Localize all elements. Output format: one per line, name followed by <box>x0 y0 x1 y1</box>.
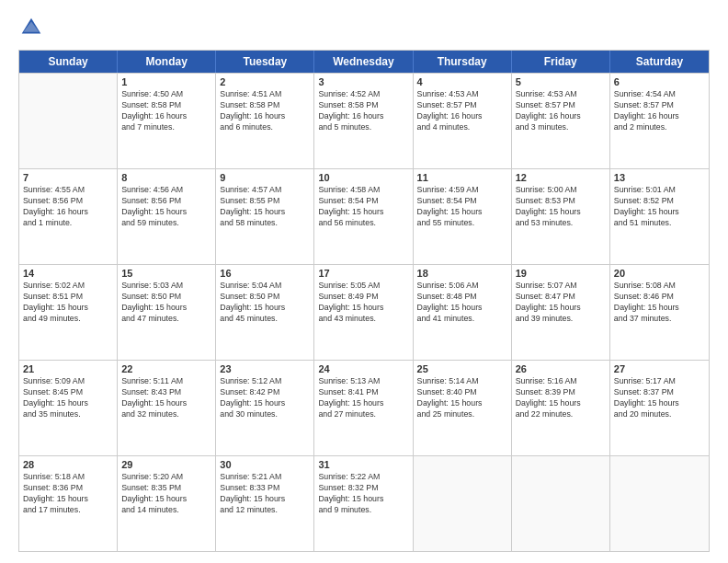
cell-day-number: 19 <box>516 268 606 279</box>
calendar-body: 1Sunrise: 4:50 AM Sunset: 8:58 PM Daylig… <box>19 73 709 551</box>
header <box>18 15 710 40</box>
cell-sun-info: Sunrise: 4:56 AM Sunset: 8:56 PM Dayligh… <box>121 185 211 229</box>
calendar-cell: 21Sunrise: 5:09 AM Sunset: 8:45 PM Dayli… <box>19 361 118 455</box>
cell-day-number: 15 <box>121 268 211 279</box>
cell-day-number: 5 <box>516 76 606 87</box>
cell-sun-info: Sunrise: 4:50 AM Sunset: 8:58 PM Dayligh… <box>121 89 211 133</box>
calendar-cell: 23Sunrise: 5:12 AM Sunset: 8:42 PM Dayli… <box>216 361 314 455</box>
cell-sun-info: Sunrise: 4:54 AM Sunset: 8:57 PM Dayligh… <box>614 89 705 133</box>
calendar-cell: 19Sunrise: 5:07 AM Sunset: 8:47 PM Dayli… <box>512 265 610 360</box>
calendar-cell: 18Sunrise: 5:06 AM Sunset: 8:48 PM Dayli… <box>414 265 512 360</box>
cell-sun-info: Sunrise: 4:59 AM Sunset: 8:54 PM Dayligh… <box>417 185 507 229</box>
calendar-cell: 15Sunrise: 5:03 AM Sunset: 8:50 PM Dayli… <box>118 265 216 360</box>
cell-day-number: 18 <box>417 268 507 279</box>
cell-day-number: 8 <box>121 172 211 183</box>
cell-sun-info: Sunrise: 5:05 AM Sunset: 8:49 PM Dayligh… <box>318 281 408 325</box>
calendar-cell: 2Sunrise: 4:51 AM Sunset: 8:58 PM Daylig… <box>216 74 314 168</box>
calendar-cell: 26Sunrise: 5:16 AM Sunset: 8:39 PM Dayli… <box>512 361 610 455</box>
calendar-cell: 29Sunrise: 5:20 AM Sunset: 8:35 PM Dayli… <box>118 456 216 551</box>
logo <box>18 15 48 40</box>
cell-sun-info: Sunrise: 5:07 AM Sunset: 8:47 PM Dayligh… <box>516 281 606 325</box>
calendar-cell: 7Sunrise: 4:55 AM Sunset: 8:56 PM Daylig… <box>19 169 118 264</box>
calendar-week: 28Sunrise: 5:18 AM Sunset: 8:36 PM Dayli… <box>19 455 709 551</box>
calendar-cell: 4Sunrise: 4:53 AM Sunset: 8:57 PM Daylig… <box>414 74 512 168</box>
weekday-header: Friday <box>512 51 610 73</box>
cell-day-number: 14 <box>23 268 113 279</box>
calendar-cell: 20Sunrise: 5:08 AM Sunset: 8:46 PM Dayli… <box>610 265 709 360</box>
cell-day-number: 25 <box>417 363 507 374</box>
calendar-cell: 11Sunrise: 4:59 AM Sunset: 8:54 PM Dayli… <box>414 169 512 264</box>
cell-day-number: 2 <box>220 76 310 87</box>
calendar-cell: 28Sunrise: 5:18 AM Sunset: 8:36 PM Dayli… <box>19 456 118 551</box>
calendar-cell: 17Sunrise: 5:05 AM Sunset: 8:49 PM Dayli… <box>314 265 413 360</box>
cell-day-number: 31 <box>318 459 408 470</box>
calendar-cell: 1Sunrise: 4:50 AM Sunset: 8:58 PM Daylig… <box>118 74 216 168</box>
logo-icon <box>18 15 44 40</box>
cell-day-number: 12 <box>516 172 606 183</box>
page: SundayMondayTuesdayWednesdayThursdayFrid… <box>0 0 728 563</box>
cell-sun-info: Sunrise: 5:20 AM Sunset: 8:35 PM Dayligh… <box>121 472 211 516</box>
cell-sun-info: Sunrise: 5:16 AM Sunset: 8:39 PM Dayligh… <box>516 376 606 420</box>
calendar-cell <box>610 456 709 551</box>
calendar-cell: 6Sunrise: 4:54 AM Sunset: 8:57 PM Daylig… <box>610 74 709 168</box>
cell-sun-info: Sunrise: 5:14 AM Sunset: 8:40 PM Dayligh… <box>417 376 507 420</box>
cell-sun-info: Sunrise: 4:53 AM Sunset: 8:57 PM Dayligh… <box>516 89 606 133</box>
cell-day-number: 29 <box>121 459 211 470</box>
cell-day-number: 7 <box>23 172 113 183</box>
cell-day-number: 17 <box>318 268 408 279</box>
calendar-week: 1Sunrise: 4:50 AM Sunset: 8:58 PM Daylig… <box>19 73 709 168</box>
cell-sun-info: Sunrise: 5:08 AM Sunset: 8:46 PM Dayligh… <box>614 281 705 325</box>
calendar-cell: 27Sunrise: 5:17 AM Sunset: 8:37 PM Dayli… <box>610 361 709 455</box>
cell-sun-info: Sunrise: 5:06 AM Sunset: 8:48 PM Dayligh… <box>417 281 507 325</box>
cell-sun-info: Sunrise: 4:58 AM Sunset: 8:54 PM Dayligh… <box>318 185 408 229</box>
cell-day-number: 3 <box>318 76 408 87</box>
cell-sun-info: Sunrise: 4:55 AM Sunset: 8:56 PM Dayligh… <box>23 185 113 229</box>
cell-day-number: 16 <box>220 268 310 279</box>
calendar-cell: 22Sunrise: 5:11 AM Sunset: 8:43 PM Dayli… <box>118 361 216 455</box>
calendar-cell: 3Sunrise: 4:52 AM Sunset: 8:58 PM Daylig… <box>314 74 413 168</box>
weekday-header: Tuesday <box>216 51 314 73</box>
calendar-cell: 8Sunrise: 4:56 AM Sunset: 8:56 PM Daylig… <box>118 169 216 264</box>
cell-day-number: 9 <box>220 172 310 183</box>
calendar-cell <box>414 456 512 551</box>
calendar-cell: 16Sunrise: 5:04 AM Sunset: 8:50 PM Dayli… <box>216 265 314 360</box>
calendar-cell <box>512 456 610 551</box>
cell-day-number: 10 <box>318 172 408 183</box>
cell-day-number: 13 <box>614 172 705 183</box>
calendar-cell: 25Sunrise: 5:14 AM Sunset: 8:40 PM Dayli… <box>414 361 512 455</box>
cell-sun-info: Sunrise: 5:00 AM Sunset: 8:53 PM Dayligh… <box>516 185 606 229</box>
cell-sun-info: Sunrise: 5:12 AM Sunset: 8:42 PM Dayligh… <box>220 376 310 420</box>
weekday-header: Thursday <box>414 51 512 73</box>
cell-sun-info: Sunrise: 5:17 AM Sunset: 8:37 PM Dayligh… <box>614 376 705 420</box>
cell-sun-info: Sunrise: 5:22 AM Sunset: 8:32 PM Dayligh… <box>318 472 408 516</box>
calendar-header: SundayMondayTuesdayWednesdayThursdayFrid… <box>19 51 709 73</box>
cell-day-number: 23 <box>220 363 310 374</box>
cell-day-number: 26 <box>516 363 606 374</box>
weekday-header: Saturday <box>610 51 709 73</box>
cell-sun-info: Sunrise: 5:13 AM Sunset: 8:41 PM Dayligh… <box>318 376 408 420</box>
calendar-week: 14Sunrise: 5:02 AM Sunset: 8:51 PM Dayli… <box>19 264 709 360</box>
cell-sun-info: Sunrise: 5:11 AM Sunset: 8:43 PM Dayligh… <box>121 376 211 420</box>
cell-sun-info: Sunrise: 4:57 AM Sunset: 8:55 PM Dayligh… <box>220 185 310 229</box>
calendar-cell: 10Sunrise: 4:58 AM Sunset: 8:54 PM Dayli… <box>314 169 413 264</box>
cell-sun-info: Sunrise: 5:02 AM Sunset: 8:51 PM Dayligh… <box>23 281 113 325</box>
weekday-header: Wednesday <box>314 51 413 73</box>
cell-day-number: 28 <box>23 459 113 470</box>
cell-sun-info: Sunrise: 4:52 AM Sunset: 8:58 PM Dayligh… <box>318 89 408 133</box>
calendar-cell: 30Sunrise: 5:21 AM Sunset: 8:33 PM Dayli… <box>216 456 314 551</box>
svg-marker-1 <box>24 21 40 31</box>
cell-day-number: 24 <box>318 363 408 374</box>
cell-sun-info: Sunrise: 5:09 AM Sunset: 8:45 PM Dayligh… <box>23 376 113 420</box>
cell-sun-info: Sunrise: 4:53 AM Sunset: 8:57 PM Dayligh… <box>417 89 507 133</box>
calendar-cell: 5Sunrise: 4:53 AM Sunset: 8:57 PM Daylig… <box>512 74 610 168</box>
cell-day-number: 11 <box>417 172 507 183</box>
calendar-cell: 24Sunrise: 5:13 AM Sunset: 8:41 PM Dayli… <box>314 361 413 455</box>
weekday-header: Monday <box>118 51 216 73</box>
cell-day-number: 27 <box>614 363 705 374</box>
cell-day-number: 20 <box>614 268 705 279</box>
weekday-header: Sunday <box>19 51 118 73</box>
cell-sun-info: Sunrise: 5:21 AM Sunset: 8:33 PM Dayligh… <box>220 472 310 516</box>
cell-day-number: 6 <box>614 76 705 87</box>
cell-sun-info: Sunrise: 5:18 AM Sunset: 8:36 PM Dayligh… <box>23 472 113 516</box>
calendar-cell: 31Sunrise: 5:22 AM Sunset: 8:32 PM Dayli… <box>314 456 413 551</box>
